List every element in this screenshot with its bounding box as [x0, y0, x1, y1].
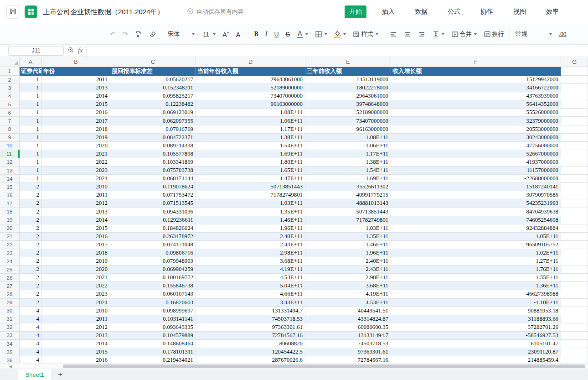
cell[interactable]: 2.40E+11 [196, 233, 305, 241]
cell[interactable]: 2021 [42, 274, 110, 282]
cell[interactable]: 2016 [42, 356, 110, 363]
cell[interactable]: 1.96E+11 [196, 224, 305, 233]
cell[interactable]: 0.074171048 [110, 241, 196, 249]
cell[interactable]: 2010 [42, 183, 110, 191]
cell[interactable]: 40449541.51 [305, 307, 391, 315]
cell[interactable]: 1.17E+11 [196, 125, 305, 134]
cell[interactable]: 73407000000 [196, 92, 305, 100]
cell[interactable]: 2.40E+11 [305, 257, 391, 265]
cell[interactable]: 34166722000 [391, 84, 561, 92]
cell[interactable] [561, 199, 588, 208]
table-header-cell[interactable]: 当前年份收入额 [196, 67, 305, 76]
cell[interactable]: 50713851443 [305, 208, 391, 216]
cell[interactable]: 214885459.4 [391, 356, 561, 363]
cell[interactable] [561, 167, 588, 175]
scroll-left-arrow-icon[interactable]: ◀ [0, 364, 12, 369]
cell[interactable]: 1.54E+11 [305, 167, 391, 175]
cell[interactable]: 15187240141 [391, 183, 561, 191]
cell[interactable]: 74605254698 [391, 216, 561, 224]
cell[interactable]: 1 [20, 117, 42, 125]
cell[interactable]: 1.08E+11 [305, 134, 391, 142]
cell[interactable]: 2015 [42, 224, 110, 233]
cell[interactable]: 48881013143 [305, 199, 391, 208]
cell[interactable]: 2014 [42, 92, 110, 100]
cell[interactable]: 0.12238482 [110, 100, 196, 109]
cell[interactable]: 41937000000 [391, 158, 561, 167]
cell[interactable]: 50713851443 [196, 183, 305, 191]
cell[interactable]: 2022 [42, 158, 110, 167]
cell[interactable]: 2021 [42, 150, 110, 158]
cell[interactable] [561, 265, 588, 274]
cell[interactable]: 73407000000 [305, 117, 391, 125]
align-center-button[interactable] [402, 27, 413, 41]
cell[interactable]: 2 [20, 224, 42, 233]
cell[interactable]: 4.66E+11 [196, 290, 305, 298]
strikethrough-button[interactable]: S [284, 27, 291, 41]
cell[interactable]: 1.06E+11 [196, 117, 305, 125]
row-header[interactable]: 20 [0, 224, 20, 233]
cell[interactable]: 2 [20, 216, 42, 224]
cell[interactable] [561, 150, 588, 158]
cell[interactable]: 2 [20, 265, 42, 274]
cell[interactable]: 1.05E+11 [391, 233, 561, 241]
row-header[interactable]: 35 [0, 348, 20, 356]
cell[interactable]: 0.084722371 [110, 134, 196, 142]
cell[interactable]: 2013 [42, 332, 110, 340]
row-header[interactable]: 29 [0, 299, 20, 307]
cell[interactable]: 2019 [42, 134, 110, 142]
cell[interactable]: 2024 [42, 299, 110, 307]
cell[interactable]: 2 [20, 299, 42, 307]
cell[interactable]: 2 [20, 257, 42, 265]
row-header[interactable]: 22 [0, 241, 20, 249]
cell[interactable]: 29643061000 [305, 92, 391, 100]
cell[interactable]: 1.17E+11 [305, 150, 391, 158]
cell[interactable]: 2010 [42, 307, 110, 315]
cell[interactable] [561, 67, 588, 76]
cell[interactable]: 2018 [42, 249, 110, 257]
cell[interactable]: 72784567.16 [305, 356, 391, 363]
cell[interactable]: 2.98E+11 [196, 249, 305, 257]
cell[interactable]: 4 [20, 348, 42, 356]
cell-style-button[interactable]: 样式 [351, 27, 380, 41]
cell[interactable]: 0.07916769 [110, 125, 196, 134]
row-header[interactable]: 9 [0, 134, 20, 142]
column-header-A[interactable]: A [20, 57, 42, 67]
cell[interactable]: 2012 [42, 323, 110, 332]
cell[interactable]: 1 [20, 92, 42, 100]
row-header[interactable]: 25 [0, 265, 20, 274]
cell[interactable]: 4.19E+11 [305, 290, 391, 298]
cell[interactable]: 35526611302 [305, 183, 391, 191]
row-header[interactable]: 28 [0, 290, 20, 298]
cell[interactable] [561, 224, 588, 233]
cell[interactable]: 3.68E+11 [305, 282, 391, 290]
cell[interactable]: 2016 [42, 109, 110, 117]
cell[interactable]: 2023 [42, 167, 110, 175]
cell[interactable]: 1.46E+11 [305, 241, 391, 249]
cell[interactable]: 2 [20, 183, 42, 191]
cell[interactable]: 1 [20, 167, 42, 175]
cell[interactable] [561, 332, 588, 340]
cell[interactable]: 14513119000 [305, 76, 391, 84]
cell[interactable]: 0.09806716 [110, 249, 196, 257]
bold-button[interactable]: B [253, 27, 259, 41]
cell[interactable]: 2014 [42, 340, 110, 348]
cell[interactable]: 3.68E+11 [196, 257, 305, 265]
cell[interactable]: 15129942000 [391, 76, 561, 84]
cell[interactable]: 2.43E+11 [196, 241, 305, 249]
cell[interactable]: 0.178101311 [110, 348, 196, 356]
row-header[interactable]: 1 [0, 67, 20, 76]
cell[interactable]: 0.079948903 [110, 257, 196, 265]
table-header-cell[interactable]: 三年前收入额 [305, 67, 391, 76]
cell[interactable]: 2023 [42, 290, 110, 298]
cell[interactable]: 1.55E+11 [391, 274, 561, 282]
cell[interactable] [561, 208, 588, 216]
cell[interactable] [561, 158, 588, 167]
cell[interactable]: 4 [20, 323, 42, 332]
cell[interactable]: 1.36E+11 [391, 282, 561, 290]
cell[interactable] [561, 323, 588, 332]
add-sheet-button[interactable]: + [51, 369, 69, 380]
row-header[interactable]: 13 [0, 167, 20, 175]
column-header-B[interactable]: B [42, 57, 110, 67]
cell[interactable]: 1.38E+11 [305, 158, 391, 167]
cell[interactable]: 46627398988 [391, 290, 561, 298]
